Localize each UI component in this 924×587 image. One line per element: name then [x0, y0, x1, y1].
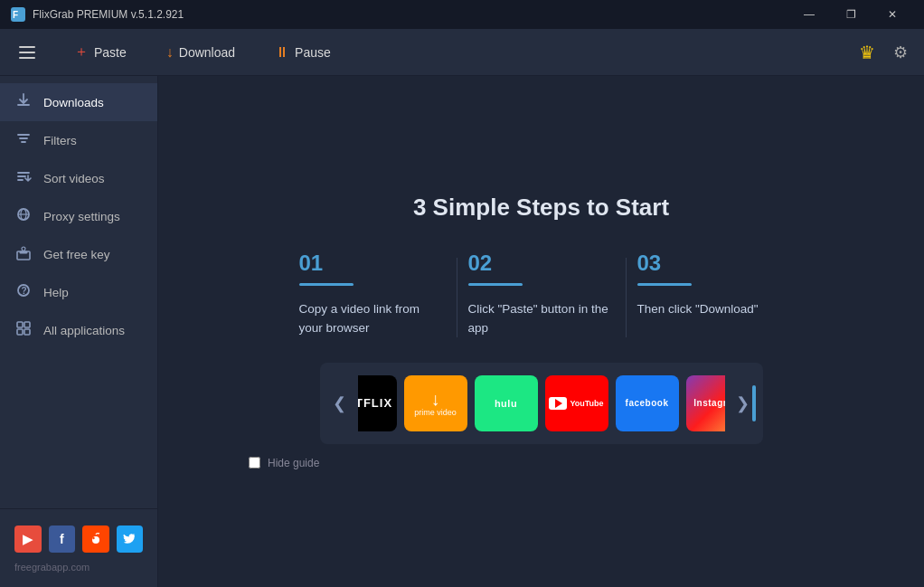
maximize-button[interactable]: ❐ [830, 0, 872, 29]
step-3-divider [637, 283, 692, 286]
svg-point-18 [98, 533, 99, 535]
footer-url: freegrabapp.com [0, 558, 157, 576]
youtube-label: YouTube [570, 399, 603, 408]
twitter-social-button[interactable] [117, 525, 144, 553]
sidebar-label-filters: Filters [43, 134, 77, 147]
sidebar-item-filters[interactable]: Filters [0, 121, 157, 159]
social-icons: ▶ f [0, 520, 157, 558]
guide-title: 3 Simple Steps to Start [413, 194, 669, 222]
app-icon: F [11, 7, 25, 22]
svg-rect-14 [17, 329, 23, 335]
step-1: 01 Copy a video link from your browser [288, 251, 457, 337]
service-youtube[interactable]: YouTube [545, 375, 608, 431]
hamburger-line-3 [19, 57, 35, 59]
window-title: FlixGrab PREMIUM v.5.1.2.921 [33, 8, 788, 21]
carousel-scrollbar [752, 385, 756, 421]
hide-guide-label[interactable]: Hide guide [268, 457, 319, 469]
hide-guide-checkbox[interactable] [249, 457, 260, 469]
step-2-divider [468, 283, 523, 286]
step-2-number: 02 [468, 251, 615, 276]
sidebar-label-sort-videos: Sort videos [43, 172, 105, 185]
pause-icon: ⏸ [275, 44, 289, 61]
toolbar: ＋ Paste ↓ Download ⏸ Pause ♛ ⚙ [0, 29, 924, 76]
svg-rect-15 [24, 329, 30, 335]
downloads-icon [14, 92, 33, 112]
facebook-social-button[interactable]: f [49, 525, 76, 553]
sidebar-item-help[interactable]: ? Help [0, 273, 157, 311]
main-layout: Downloads Filters [0, 76, 924, 587]
paste-button[interactable]: ＋ Paste [58, 35, 143, 69]
netflix-label: NETFLIX [358, 396, 393, 410]
pause-label: Pause [295, 45, 331, 60]
menu-button[interactable] [11, 36, 43, 69]
steps-container: 01 Copy a video link from your browser 0… [288, 251, 795, 337]
hamburger-line-2 [19, 52, 35, 53]
services-list: NETFLIX ↓ prime video hulu [358, 375, 725, 431]
sort-icon [14, 168, 33, 188]
download-label: Download [179, 45, 235, 60]
sidebar-item-all-applications[interactable]: All applications [0, 311, 157, 349]
prime-content: ↓ prime video [414, 390, 457, 417]
all-apps-icon [14, 320, 33, 340]
sidebar-item-downloads[interactable]: Downloads [0, 83, 157, 121]
premium-crown-icon[interactable]: ♛ [853, 36, 881, 69]
hulu-label: hulu [495, 398, 517, 409]
help-icon: ? [14, 282, 33, 302]
close-button[interactable]: ✕ [872, 0, 913, 29]
sidebar-label-proxy-settings: Proxy settings [43, 210, 120, 223]
youtube-play-icon [549, 397, 567, 410]
carousel-prev-button[interactable]: ❮ [327, 391, 353, 416]
service-prime[interactable]: ↓ prime video [404, 375, 467, 431]
sidebar-item-get-free-key[interactable]: Get free key [0, 235, 157, 273]
minimize-button[interactable]: — [788, 0, 830, 29]
sidebar-footer: ▶ f freegrabapp.com [0, 508, 157, 587]
service-netflix[interactable]: NETFLIX [358, 375, 397, 431]
service-hulu[interactable]: hulu [475, 375, 538, 431]
svg-rect-12 [17, 322, 23, 327]
instagram-label: Instagram [693, 398, 724, 408]
step-1-number: 01 [299, 251, 446, 276]
download-button[interactable]: ↓ Download [150, 37, 251, 68]
step-1-divider [299, 283, 354, 286]
hamburger-line-1 [19, 46, 35, 48]
sidebar: Downloads Filters [0, 76, 158, 587]
youtube-social-button[interactable]: ▶ [14, 525, 42, 553]
service-facebook[interactable]: facebook [616, 375, 679, 431]
youtube-content: YouTube [549, 397, 603, 410]
sidebar-label-all-applications: All applications [43, 324, 125, 337]
guide-panel: 3 Simple Steps to Start 01 Copy a video … [158, 175, 924, 488]
proxy-icon [14, 206, 33, 226]
svg-text:F: F [13, 10, 18, 20]
svg-text:?: ? [22, 286, 27, 296]
step-2: 02 Click "Paste" button in the app [457, 251, 626, 337]
sidebar-item-sort-videos[interactable]: Sort videos [0, 159, 157, 197]
service-instagram[interactable]: Instagram [686, 375, 725, 431]
content-area: 3 Simple Steps to Start 01 Copy a video … [158, 76, 924, 587]
sidebar-label-get-free-key: Get free key [43, 248, 110, 261]
window-controls: — ❐ ✕ [788, 0, 913, 29]
facebook-label: facebook [626, 398, 669, 408]
services-carousel: ❮ NETFLIX ↓ prime video hulu [320, 363, 763, 444]
settings-icon[interactable]: ⚙ [888, 37, 913, 68]
step-3-number: 03 [637, 251, 784, 276]
sidebar-item-proxy-settings[interactable]: Proxy settings [0, 197, 157, 235]
title-bar: F FlixGrab PREMIUM v.5.1.2.921 — ❐ ✕ [0, 0, 924, 29]
step-3: 03 Then click "Download" [627, 251, 795, 318]
pause-button[interactable]: ⏸ Pause [259, 37, 347, 68]
step-2-text: Click "Paste" button in the app [468, 300, 615, 337]
prime-icon: ↓ [431, 390, 440, 408]
hide-guide-row: Hide guide [249, 457, 319, 469]
filters-icon [14, 130, 33, 150]
sidebar-label-downloads: Downloads [43, 96, 104, 109]
step-1-text: Copy a video link from your browser [299, 300, 446, 337]
toolbar-right: ♛ ⚙ [853, 36, 913, 69]
svg-rect-13 [24, 322, 30, 327]
step-3-text: Then click "Download" [637, 300, 784, 318]
download-icon: ↓ [166, 44, 174, 61]
reddit-social-button[interactable] [82, 525, 109, 553]
gift-icon [14, 244, 33, 264]
svg-point-17 [92, 537, 94, 539]
paste-icon: ＋ [74, 43, 89, 62]
sidebar-nav: Downloads Filters [0, 76, 157, 508]
sidebar-label-help: Help [43, 286, 69, 299]
